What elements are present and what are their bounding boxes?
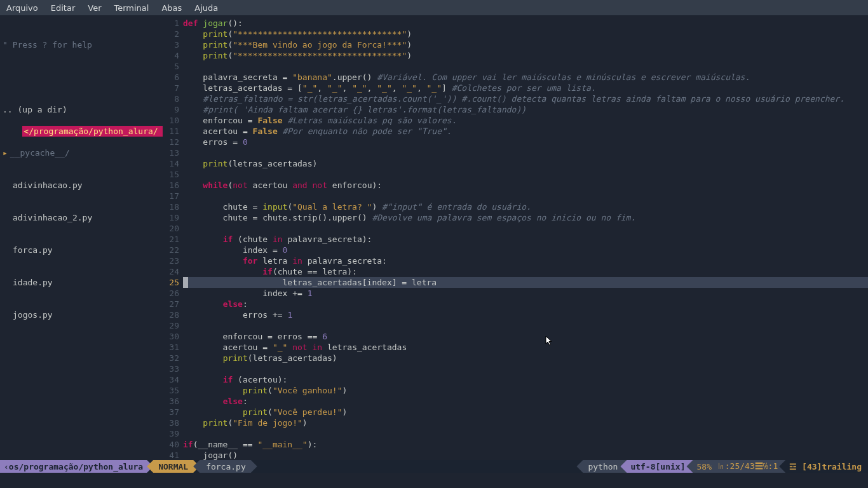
menu-ver[interactable]: Ver xyxy=(88,3,101,13)
statusbar: ‹os/programação/python_alura NORMAL forc… xyxy=(0,460,868,473)
file-tree-sidebar[interactable]: " Press ? for help .. (up a dir) </progr… xyxy=(0,15,163,473)
help-hint: " Press ? for help xyxy=(3,39,160,50)
up-dir[interactable]: .. (up a dir) xyxy=(3,104,160,115)
file-item[interactable]: adivinhacao_2.py xyxy=(3,212,160,223)
file-item[interactable]: jogos.py xyxy=(3,309,160,320)
menu-ajuda[interactable]: Ajuda xyxy=(194,3,218,13)
file-item[interactable]: adivinhacao.py xyxy=(3,180,160,191)
status-position: 58% ㏑:25/43☰℅:1 xyxy=(686,460,785,473)
main-area: " Press ? for help .. (up a dir) </progr… xyxy=(0,15,868,473)
file-item[interactable]: forca.py xyxy=(3,245,160,255)
menu-abas[interactable]: Abas xyxy=(161,3,182,13)
folder-arrow-icon: ▸ xyxy=(3,148,8,158)
menu-editar[interactable]: Editar xyxy=(51,3,76,13)
line-gutter: 1234567891011121314151617181920212223242… xyxy=(163,15,183,473)
status-filename: forca.py xyxy=(193,460,257,473)
menu-terminal[interactable]: Terminal xyxy=(114,3,149,13)
code-editor[interactable]: 1234567891011121314151617181920212223242… xyxy=(163,15,868,473)
status-spacer xyxy=(257,460,577,473)
status-filetype: python xyxy=(576,460,627,473)
file-item[interactable]: idade.py xyxy=(3,277,160,288)
menu-arquivo[interactable]: Arquivo xyxy=(6,3,38,13)
status-encoding: utf-8[unix] xyxy=(620,460,693,473)
menubar: Arquivo Editar Ver Terminal Abas Ajuda xyxy=(0,0,868,15)
folder-pycache[interactable]: ▸__pycache__/ xyxy=(3,147,160,158)
code-content[interactable]: def jogar(): print("********************… xyxy=(183,15,868,473)
status-mode: NORMAL xyxy=(147,460,200,473)
status-path: ‹os/programação/python_alura xyxy=(0,460,153,473)
status-trailing: ☲ [43]trailing xyxy=(779,460,868,473)
current-path: </programação/python_alura/ xyxy=(22,126,180,137)
